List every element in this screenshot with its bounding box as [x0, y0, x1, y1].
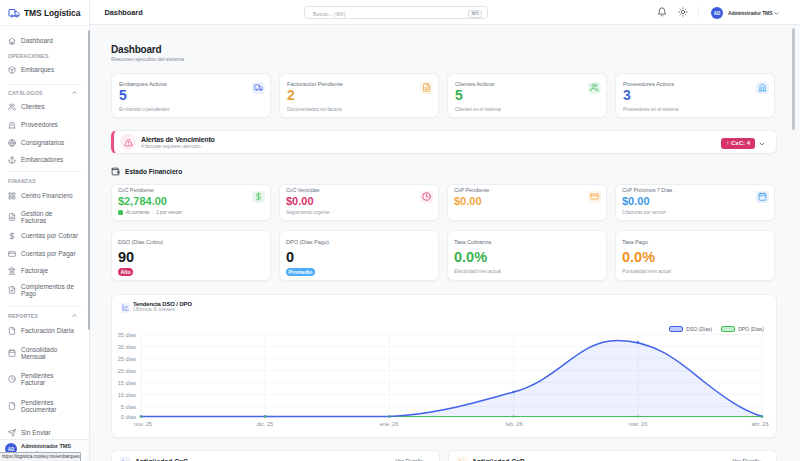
svg-text:ene. 26: ene. 26: [380, 421, 399, 427]
svg-text:5 días: 5 días: [121, 404, 136, 410]
svg-text:0 días: 0 días: [121, 414, 136, 420]
svg-text:35 días: 35 días: [118, 332, 137, 338]
svg-text:10 días: 10 días: [118, 392, 137, 398]
svg-text:feb. 26: feb. 26: [505, 421, 522, 427]
svg-text:25 días: 25 días: [118, 356, 137, 362]
svg-text:nov. 25: nov. 25: [134, 421, 152, 427]
svg-text:20 días: 20 días: [118, 368, 137, 374]
svg-text:30 días: 30 días: [118, 344, 137, 350]
svg-text:mar. 26: mar. 26: [629, 421, 648, 427]
svg-text:abr. 26: abr. 26: [751, 421, 768, 427]
svg-text:dic. 25: dic. 25: [257, 421, 273, 427]
svg-text:15 días: 15 días: [118, 380, 137, 386]
